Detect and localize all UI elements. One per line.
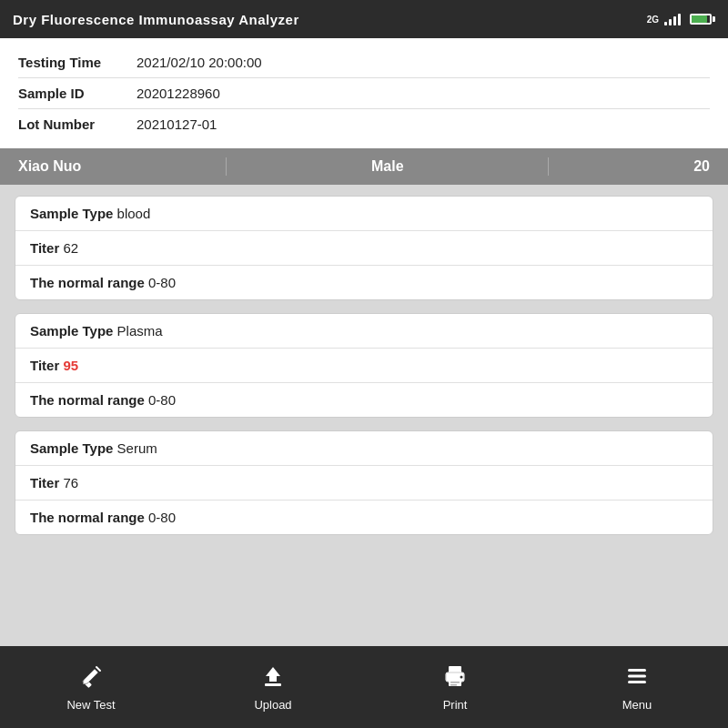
toolbar: New Test Upload Print (0, 646, 728, 728)
signal-bar-3 (673, 16, 676, 25)
titer-label-0: Titer (30, 240, 59, 256)
svg-point-7 (460, 675, 463, 678)
sample-type-value-1: Plasma (117, 323, 163, 339)
menu-icon (624, 663, 650, 693)
titer-value-2: 76 (63, 475, 78, 490)
svg-rect-8 (450, 682, 460, 683)
battery-tip (713, 16, 715, 22)
info-section: Testing Time 2021/02/10 20:00:00 Sample … (0, 38, 728, 148)
sample-id-row: Sample ID 20201228960 (18, 78, 710, 109)
signal-bar-1 (664, 22, 667, 25)
svg-rect-10 (628, 669, 646, 672)
testing-time-value: 2021/02/10 20:00:00 (136, 55, 262, 70)
upload-arrow-icon (260, 663, 286, 689)
titer-row-0: Titer 62 (15, 231, 713, 266)
hamburger-icon (624, 663, 650, 689)
normal-range-row-0: The normal range 0-80 (15, 266, 713, 299)
signal-bars-icon (664, 13, 681, 25)
print-label: Print (443, 698, 468, 712)
normal-range-value-0: 0-80 (148, 275, 176, 290)
sample-card-0: Sample Type blood Titer 62 The normal ra… (15, 196, 713, 300)
patient-divider-2 (548, 157, 549, 176)
app-title: Dry Fluorescence Immunoassay Analyzer (13, 12, 299, 27)
sample-id-label: Sample ID (18, 86, 136, 101)
titer-row-2: Titer 76 (15, 466, 713, 500)
status-bar: Dry Fluorescence Immunoassay Analyzer 2G (0, 0, 728, 38)
print-button[interactable]: Print (364, 646, 546, 728)
testing-time-label: Testing Time (18, 55, 136, 70)
signal-bar-4 (678, 14, 681, 25)
patient-divider-1 (226, 157, 227, 176)
upload-button[interactable]: Upload (182, 646, 364, 728)
svg-rect-12 (628, 681, 646, 683)
svg-rect-1 (265, 683, 281, 686)
titer-value-0: 62 (63, 240, 78, 256)
sample-type-row-1: Sample Type Plasma (15, 314, 713, 349)
sample-id-value: 20201228960 (136, 86, 220, 101)
titer-value-1: 95 (63, 358, 78, 373)
print-icon (442, 663, 468, 693)
patient-bar: Xiao Nuo Male 20 (0, 148, 728, 185)
normal-range-value-2: 0-80 (148, 510, 176, 525)
lot-number-value: 20210127-01 (136, 116, 217, 132)
titer-label-1: Titer (30, 358, 59, 373)
patient-age: 20 (693, 158, 710, 175)
sample-type-label-1: Sample Type (30, 323, 113, 339)
patient-name: Xiao Nuo (18, 158, 81, 175)
normal-range-label-1: The normal range (30, 392, 145, 408)
signal-bar-2 (669, 19, 672, 25)
menu-button[interactable]: Menu (546, 646, 728, 728)
sample-card-1: Sample Type Plasma Titer 95 The normal r… (15, 313, 713, 418)
battery-body (690, 14, 712, 25)
upload-label: Upload (254, 698, 291, 712)
sample-type-label-2: Sample Type (30, 440, 113, 456)
sample-type-label-0: Sample Type (30, 206, 113, 221)
normal-range-label-2: The normal range (30, 510, 145, 525)
svg-rect-11 (628, 674, 646, 677)
menu-label: Menu (622, 698, 652, 712)
titer-label-2: Titer (30, 475, 59, 490)
status-icons: 2G (647, 13, 715, 25)
battery-fill (692, 15, 707, 23)
normal-range-value-1: 0-80 (148, 392, 176, 408)
sample-type-row-0: Sample Type blood (15, 197, 713, 231)
sample-type-row-2: Sample Type Serum (15, 431, 713, 466)
lot-number-label: Lot Number (18, 116, 136, 132)
sample-type-value-0: blood (117, 206, 151, 221)
battery-icon (690, 14, 715, 25)
new-test-button[interactable]: New Test (0, 646, 182, 728)
normal-range-row-1: The normal range 0-80 (15, 383, 713, 417)
new-test-label: New Test (66, 698, 115, 712)
svg-rect-9 (450, 684, 457, 686)
upload-icon (260, 663, 286, 693)
testing-time-row: Testing Time 2021/02/10 20:00:00 (18, 47, 710, 78)
signal-2g-label: 2G (647, 15, 659, 25)
svg-marker-2 (266, 667, 280, 682)
normal-range-row-2: The normal range 0-80 (15, 500, 713, 534)
printer-icon (442, 663, 468, 689)
titer-row-1: Titer 95 (15, 349, 713, 383)
normal-range-label-0: The normal range (30, 275, 145, 290)
sample-card-2: Sample Type Serum Titer 76 The normal ra… (15, 430, 713, 535)
pencil-icon (78, 663, 104, 689)
patient-gender: Male (371, 158, 404, 175)
sample-type-value-2: Serum (117, 440, 157, 456)
cards-container: Sample Type blood Titer 62 The normal ra… (0, 185, 728, 546)
lot-number-row: Lot Number 20210127-01 (18, 109, 710, 139)
main-content: Testing Time 2021/02/10 20:00:00 Sample … (0, 38, 728, 646)
new-test-icon (78, 663, 104, 693)
